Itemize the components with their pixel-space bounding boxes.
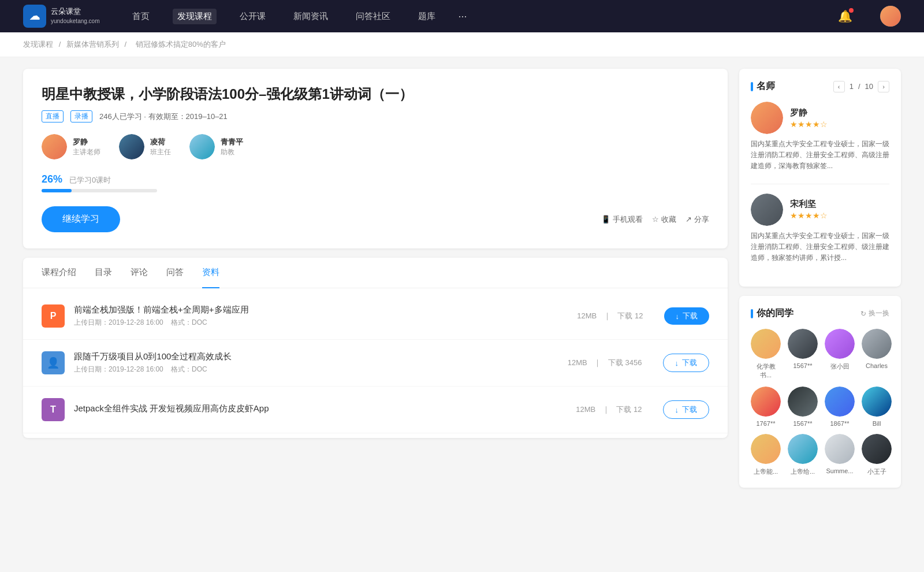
classmate-2-name: 张小田 [830,362,850,371]
teacher-2-role: 班主任 [150,147,171,157]
teacher-profile-1-avatar-img [751,102,783,134]
action-share[interactable]: ↗ 分享 [685,214,709,225]
share-label: 分享 [694,214,709,225]
classmates-card: 你的同学 ↻ 换一换 化学教书... 1567** [739,296,901,488]
nav-qa[interactable]: 问答社区 [351,9,395,24]
download-label-2: 下载 [682,358,697,368]
download-label-3: 下载 [682,404,697,415]
progress-label: 已学习0课时 [69,176,111,184]
tab-qa[interactable]: 问答 [166,258,184,288]
resource-item-2: 👤 跟随千万级项目从0到100全过程高效成长 上传日期：2019-12-28 1… [23,340,728,387]
continue-btn[interactable]: 继续学习 [42,206,120,232]
teacher-profile-1-avatar [751,102,783,134]
classmate-4[interactable]: 1767** [751,387,781,427]
tabs-nav: 课程介绍 目录 评论 问答 资料 [23,258,728,288]
teachers-card: 名师 ‹ 1 / 10 › 罗静 ★★★★☆ [739,69,901,287]
classmate-3-img [862,329,892,359]
breadcrumb: 发现课程 / 新媒体营销系列 / 销冠修炼术搞定80%的客户 [0,32,924,57]
teacher-profile-2-avatar [751,194,783,226]
resource-date-1: 上传日期：2019-12-28 16:00 [74,318,163,326]
teacher-2-avatar-img [119,134,144,159]
resource-title-1: 前端全栈加强版！前端全栈+全周期+多端应用 [74,304,565,315]
page-next-btn[interactable]: › [878,81,889,92]
classmate-10[interactable]: Summe... [825,434,855,476]
download-btn-3[interactable]: ↓ 下载 [663,400,710,419]
breadcrumb-link-series[interactable]: 新媒体营销系列 [66,40,119,49]
resource-item-3: T Jetpack全组件实战 开发短视频应用高仿皮皮虾App 12MB ｜ 下载… [23,387,728,433]
classmate-5-img [788,387,818,417]
teacher-3-info: 青青平 助教 [221,137,243,157]
classmate-2-avatar [825,329,855,359]
teacher-profile-1-desc: 国内某重点大学安全工程专业硕士，国家一级注册消防工程师、注册安全工程师、高级注册… [751,139,889,172]
teacher-profile-1-header: 罗静 ★★★★☆ [751,102,889,134]
badge-live: 直播 [42,110,64,122]
resource-downloads-3: 下载 12 [616,405,642,414]
tab-intro[interactable]: 课程介绍 [42,258,76,288]
tab-toc[interactable]: 目录 [95,258,112,288]
page-prev-btn[interactable]: ‹ [833,81,845,92]
download-btn-2[interactable]: ↓ 下载 [663,354,710,372]
classmate-4-avatar [751,387,781,417]
breadcrumb-sep2: / [124,40,128,49]
teacher-profile-1-name: 罗静 [790,107,828,118]
nav-bell-dot [849,8,854,13]
resource-date-2: 上传日期：2019-12-28 16:00 [74,365,163,373]
classmates-grid: 化学教书... 1567** 张小田 [751,329,889,476]
classmate-2[interactable]: 张小田 [825,329,855,380]
nav-home[interactable]: 首页 [128,9,154,24]
resource-stats-1: 12MB ｜ 下载 12 [575,311,645,321]
classmate-7[interactable]: Bill [862,387,892,427]
classmate-5-avatar [788,387,818,417]
nav-discover[interactable]: 发现课程 [173,9,217,24]
tab-resources[interactable]: 资料 [202,258,219,288]
nav-bell[interactable]: 🔔 [838,9,852,23]
classmate-3[interactable]: Charles [862,329,892,380]
classmate-8-img [751,434,781,464]
refresh-btn[interactable]: ↻ 换一换 [860,309,889,318]
resource-format-1: 格式：DOC [171,318,207,326]
classmate-9[interactable]: 上帝给... [788,434,818,476]
resource-meta-2: 上传日期：2019-12-28 16:00 格式：DOC [74,365,556,374]
nav-news[interactable]: 新闻资讯 [289,9,333,24]
nav-avatar[interactable] [880,6,901,27]
classmate-8[interactable]: 上帝能... [751,434,781,476]
classmate-6[interactable]: 1867** [825,387,855,427]
progress-section: 26% 已学习0课时 [42,173,709,192]
classmate-9-img [788,434,818,464]
course-actions: 继续学习 📱 手机观看 ☆ 收藏 ↗ 分享 [42,206,709,232]
resource-sep-1: ｜ [603,311,613,320]
nav-open[interactable]: 公开课 [235,9,270,24]
teacher-2-name: 凌荷 [150,137,171,147]
download-btn-1[interactable]: ↓ 下载 [664,307,710,325]
classmate-11[interactable]: 小王子 [862,434,892,476]
classmate-5[interactable]: 1567** [788,387,818,427]
action-mobile[interactable]: 📱 手机观看 [601,214,643,225]
classmate-0[interactable]: 化学教书... [751,329,781,380]
classmate-6-name: 1867** [830,420,849,427]
resource-size-2: 12MB [568,358,587,367]
action-favorite[interactable]: ☆ 收藏 [652,214,676,225]
classmate-11-img [862,434,892,464]
classmate-2-img [825,329,855,359]
tab-review[interactable]: 评论 [131,258,148,288]
teacher-3-name: 青青平 [221,137,243,147]
classmate-4-img [751,387,781,417]
breadcrumb-link-discover[interactable]: 发现课程 [23,40,53,49]
mobile-icon: 📱 [601,215,610,224]
classmate-1-name: 1567** [793,362,812,369]
teacher-profile-1-stars: ★★★★☆ [790,120,828,129]
teacher-1-avatar [42,134,67,159]
page-current: 1 [850,82,854,91]
classmate-1[interactable]: 1567** [788,329,818,380]
logo-text: 云朵课堂yundouketang.com [51,7,100,25]
course-title: 明星中教授课，小学阶段语法100分–强化级第1讲动词（一） [42,85,709,103]
logo[interactable]: ☁ 云朵课堂yundouketang.com [23,5,100,28]
classmate-7-name: Bill [873,420,881,427]
teacher-profile-2-info: 宋利坚 ★★★★☆ [790,199,828,220]
teacher-3: 青青平 助教 [189,134,243,159]
classmate-3-name: Charles [866,362,888,369]
nav-question-bank[interactable]: 题库 [413,9,440,24]
nav-more[interactable]: ··· [459,10,467,23]
teacher-1-role: 主讲老师 [73,147,100,157]
progress-bar-bg [42,189,157,192]
